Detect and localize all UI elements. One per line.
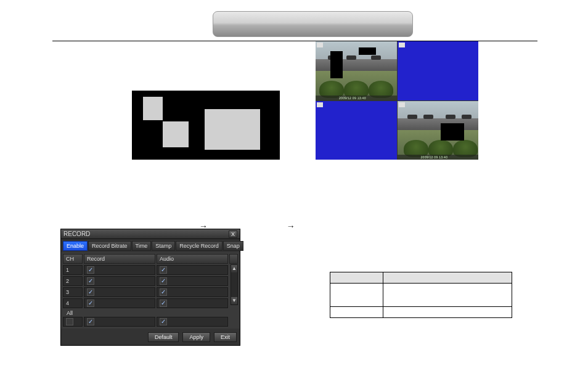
audio-checkbox[interactable] (160, 277, 167, 285)
audio-checkbox[interactable] (160, 266, 167, 274)
quad-pane-3 (316, 101, 397, 160)
mask-region-3 (205, 109, 260, 150)
mask-block (441, 123, 464, 141)
table-row: 4 (63, 298, 238, 309)
tab-enable[interactable]: Enable (63, 241, 88, 251)
col-header-ch: CH (63, 254, 83, 264)
param-header-2 (383, 272, 512, 284)
param-cell (330, 307, 383, 318)
record-settings-window: RECORD X Enable Record Bitrate Time Stam… (60, 229, 240, 346)
audio-cell (157, 265, 228, 275)
param-cell (330, 284, 383, 307)
all-master-checkbox[interactable] (66, 318, 73, 325)
table-row: 3 (63, 287, 238, 298)
ch-cell: 2 (63, 276, 83, 286)
record-cell (84, 276, 155, 286)
mask-region-1 (143, 97, 163, 120)
record-cell (84, 287, 155, 297)
ch-cell: 1 (63, 265, 83, 275)
audio-checkbox[interactable] (160, 300, 167, 307)
quad-pane-4: 2009/12 09 13:40 (398, 101, 479, 160)
tab-recycle-record[interactable]: Recycle Record (176, 241, 223, 251)
live-quad-view: 2009/12 09 13:40 2009/12 09 13:40 (316, 41, 478, 160)
mask-block (359, 47, 376, 55)
apply-button[interactable]: Apply (182, 332, 210, 342)
audio-cell (157, 287, 228, 297)
tab-record-bitrate[interactable]: Record Bitrate (88, 241, 131, 251)
param-cell (383, 307, 512, 318)
record-indicator-icon (317, 43, 323, 47)
osd-timestamp: 2009/12 09 13:40 (398, 155, 479, 160)
exit-button[interactable]: Exit (214, 332, 237, 342)
all-label: All (63, 309, 238, 316)
record-checkbox[interactable] (87, 277, 94, 285)
scene (316, 41, 397, 100)
record-indicator-icon (399, 102, 405, 107)
window-titlebar: RECORD X (61, 229, 240, 239)
record-cell (84, 265, 155, 275)
table-row (330, 307, 512, 318)
all-audio-cell (157, 317, 228, 327)
quad-pane-2 (398, 41, 479, 100)
record-checkbox[interactable] (87, 300, 94, 307)
audio-cell (157, 276, 228, 286)
mask-region-2 (163, 121, 189, 147)
default-button[interactable]: Default (148, 332, 179, 342)
quad-pane-1: 2009/12 09 13:40 (316, 41, 397, 100)
window-button-row: Default Apply Exit (61, 329, 240, 345)
col-header-record: Record (84, 254, 155, 264)
audio-checkbox[interactable] (160, 288, 167, 296)
record-checkbox[interactable] (87, 266, 94, 274)
tab-stamp[interactable]: Stamp (152, 241, 175, 251)
scene (398, 101, 479, 160)
osd-timestamp: 2009/12 09 13:40 (316, 96, 397, 100)
tab-bar: Enable Record Bitrate Time Stamp Recycle… (61, 239, 240, 252)
tab-snap[interactable]: Snap (223, 241, 243, 251)
record-grid: CH Record Audio 1 2 3 (61, 252, 240, 329)
all-record-checkbox[interactable] (87, 318, 94, 325)
col-header-audio: Audio (157, 254, 228, 264)
close-button[interactable]: X (229, 231, 237, 238)
ch-cell: 3 (63, 287, 83, 297)
audio-cell (157, 298, 228, 308)
table-row (330, 284, 512, 307)
param-cell (383, 284, 512, 307)
mask-block (330, 51, 343, 78)
table-row: 1 (63, 264, 238, 276)
ch-cell: 4 (63, 298, 83, 308)
table-row: 2 (63, 276, 238, 287)
privacy-mask-diagram (132, 91, 280, 160)
record-checkbox[interactable] (87, 288, 94, 296)
all-master-cell (63, 317, 83, 327)
all-record-cell (84, 317, 155, 327)
page-header-pill (213, 11, 413, 37)
param-header-1 (330, 272, 383, 284)
parameter-table (330, 272, 512, 318)
vertical-scrollbar[interactable]: ▲ ▼ (231, 264, 238, 305)
window-title: RECORD (63, 231, 90, 237)
tab-time[interactable]: Time (132, 241, 152, 251)
scroll-down-icon[interactable]: ▼ (231, 297, 237, 304)
record-cell (84, 298, 155, 308)
all-audio-checkbox[interactable] (160, 318, 167, 325)
arrow-right-icon: → (287, 221, 295, 231)
record-indicator-icon (317, 102, 323, 107)
record-indicator-icon (399, 43, 405, 47)
all-row (63, 316, 238, 327)
scroll-up-icon[interactable]: ▲ (231, 265, 237, 272)
